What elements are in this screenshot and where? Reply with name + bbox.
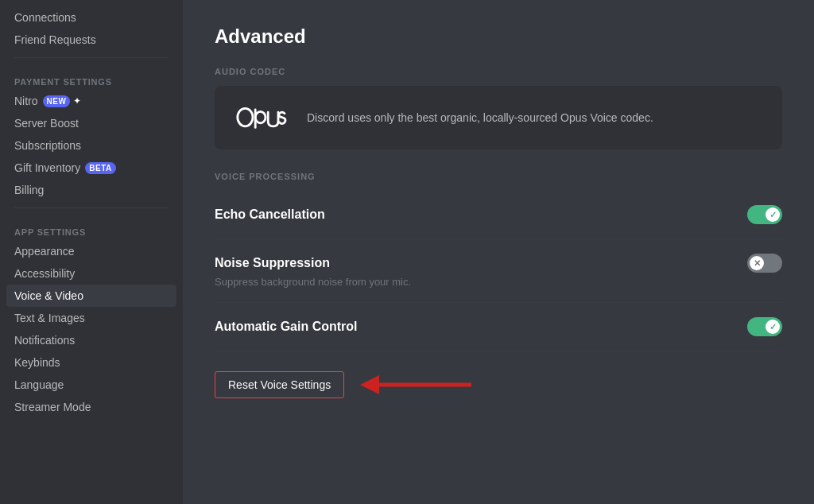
arrow-icon (360, 370, 471, 399)
sidebar-item-billing[interactable]: Billing (6, 179, 176, 201)
noise-suppression-desc: Suppress background noise from your mic. (215, 276, 782, 288)
automatic-gain-knob: ✓ (766, 320, 780, 334)
nitro-star-icon: ✦ (73, 95, 81, 107)
sidebar-item-gift-inventory[interactable]: Gift Inventory BETA (6, 157, 176, 179)
reset-section: Reset Voice Settings (215, 370, 782, 399)
app-section-header: APP SETTINGS (6, 215, 176, 240)
echo-cancellation-toggle[interactable]: ✓ (747, 205, 782, 224)
sidebar-item-keybinds[interactable]: Keybinds (6, 351, 176, 374)
nitro-new-badge: NEW (43, 95, 71, 107)
sidebar-item-nitro[interactable]: Nitro NEW ✦ (6, 90, 176, 112)
gift-inventory-beta-badge: BETA (85, 162, 115, 174)
sidebar-item-voice-video[interactable]: Voice & Video (6, 285, 176, 307)
echo-cancellation-row: Echo Cancellation ✓ (215, 191, 782, 239)
sidebar-item-connections[interactable]: Connections (6, 6, 176, 29)
sidebar-item-notifications[interactable]: Notifications (6, 329, 176, 351)
sidebar-item-appearance[interactable]: Appearance (6, 240, 176, 262)
page-title: Advanced (215, 25, 782, 48)
codec-description: Discord uses only the best organic, loca… (307, 110, 653, 126)
noise-suppression-name: Noise Suppression (215, 256, 330, 270)
sidebar-item-server-boost[interactable]: Server Boost (6, 112, 176, 134)
sidebar-item-accessibility[interactable]: Accessibility (6, 262, 176, 285)
voice-processing-label: VOICE PROCESSING (215, 172, 782, 181)
sidebar: Connections Friend Requests PAYMENT SETT… (0, 0, 183, 504)
sidebar-item-language[interactable]: Language (6, 374, 176, 396)
main-content: Advanced AUDIO CODEC Discord uses only t… (183, 0, 814, 504)
automatic-gain-name: Automatic Gain Control (215, 320, 358, 334)
sidebar-item-subscriptions[interactable]: Subscriptions (6, 134, 176, 157)
arrow-indicator (360, 370, 471, 399)
audio-codec-label: AUDIO CODEC (215, 67, 782, 76)
echo-cancellation-knob: ✓ (766, 207, 780, 222)
divider-1 (14, 57, 169, 58)
opus-logo-icon (234, 102, 291, 134)
divider-2 (14, 207, 169, 208)
reset-voice-settings-button[interactable]: Reset Voice Settings (215, 371, 344, 398)
codec-card: Discord uses only the best organic, loca… (215, 86, 782, 149)
payment-section-header: PAYMENT SETTINGS (6, 64, 176, 90)
sidebar-item-streamer-mode[interactable]: Streamer Mode (6, 396, 176, 418)
sidebar-item-text-images[interactable]: Text & Images (6, 307, 176, 329)
automatic-gain-toggle[interactable]: ✓ (747, 317, 782, 336)
automatic-gain-row: Automatic Gain Control ✓ (215, 303, 782, 351)
noise-suppression-toggle[interactable]: ✕ (747, 254, 782, 273)
echo-cancellation-name: Echo Cancellation (215, 207, 325, 222)
noise-suppression-knob: ✕ (750, 256, 764, 270)
sidebar-item-friend-requests[interactable]: Friend Requests (6, 29, 176, 51)
noise-suppression-row: Noise Suppression ✕ Suppress background … (215, 239, 782, 303)
svg-marker-5 (360, 375, 379, 394)
